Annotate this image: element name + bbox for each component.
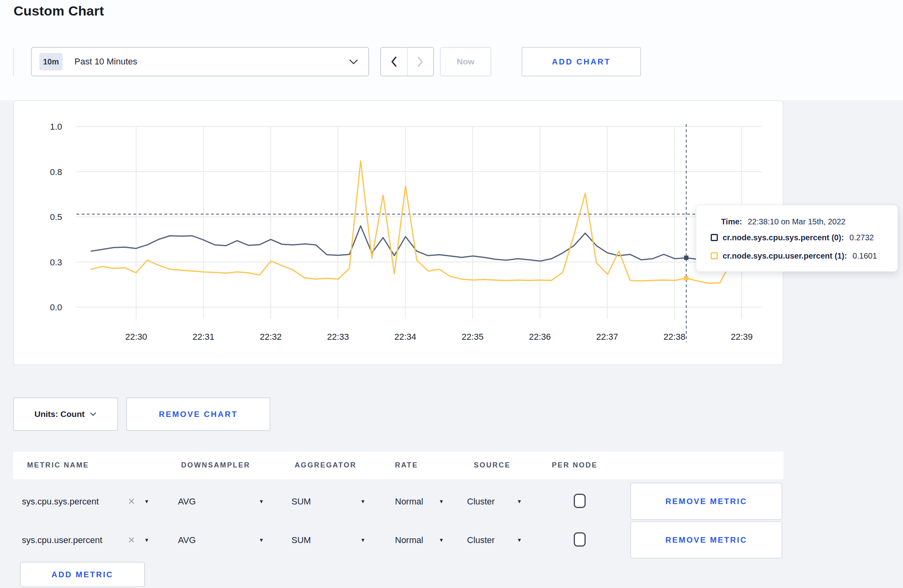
svg-text:22:36: 22:36 [529, 332, 551, 342]
sys-percent-swatch-icon [711, 234, 718, 241]
caret-down-icon[interactable]: ▼ [439, 521, 444, 559]
units-label: Units: Count [35, 409, 85, 419]
now-button[interactable]: Now [440, 47, 491, 76]
svg-text:22:30: 22:30 [125, 332, 147, 342]
clear-metric-icon[interactable]: ✕ [128, 482, 135, 521]
caret-down-icon[interactable]: ▼ [439, 482, 444, 521]
downsampler-select[interactable]: AVG [178, 482, 196, 521]
metric-row: sys.cpu.user.percent ✕ ▼ AVG ▼ SUM ▼ Nor… [13, 521, 784, 559]
units-dropdown[interactable]: Units: Count [13, 397, 118, 431]
tooltip-user-name: cr.node.sys.cpu.user.percent (1): [723, 251, 847, 261]
chart-card: 0.00.30.50.81.022:3022:3122:3222:3322:34… [13, 100, 784, 365]
caret-down-icon[interactable]: ▼ [360, 482, 366, 521]
time-step-buttons [380, 47, 434, 76]
svg-text:0.5: 0.5 [50, 212, 62, 222]
aggregator-select[interactable]: SUM [291, 521, 311, 559]
svg-text:1.0: 1.0 [50, 122, 62, 132]
col-downsampler: DOWNSAMPLER [181, 461, 250, 469]
caret-down-icon[interactable]: ▼ [144, 521, 149, 559]
metric-name-select[interactable]: sys.cpu.sys.percent [22, 482, 99, 521]
tooltip-sys-name: cr.node.sys.cpu.sys.percent (0): [723, 233, 844, 242]
svg-text:22:38: 22:38 [663, 332, 685, 342]
chevron-right-icon [417, 56, 423, 67]
col-rate: RATE [395, 461, 418, 469]
timeseries-chart[interactable]: 0.00.30.50.81.022:3022:3122:3222:3322:34… [14, 101, 783, 364]
col-source: SOURCE [474, 461, 511, 469]
rate-select[interactable]: Normal [395, 521, 423, 559]
tooltip-time-label: Time: [721, 217, 742, 226]
tooltip-user-value: 0.1601 [852, 251, 877, 261]
chevron-down-icon [90, 412, 96, 416]
svg-text:0.0: 0.0 [50, 302, 62, 312]
add-chart-button[interactable]: ADD CHART [522, 47, 641, 76]
svg-text:22:31: 22:31 [192, 332, 214, 342]
remove-metric-button[interactable]: REMOVE METRIC [630, 483, 782, 520]
svg-text:0.3: 0.3 [50, 257, 62, 267]
svg-text:22:39: 22:39 [731, 332, 752, 342]
toolbar-divider [13, 48, 14, 76]
time-range-label: Past 10 Minutes [74, 56, 137, 67]
remove-chart-button[interactable]: REMOVE CHART [126, 397, 270, 431]
caret-down-icon[interactable]: ▼ [259, 482, 264, 521]
add-metric-button[interactable]: ADD METRIC [20, 562, 145, 587]
per-node-checkbox[interactable] [574, 494, 586, 508]
caret-down-icon[interactable]: ▼ [144, 482, 149, 521]
rate-select[interactable]: Normal [395, 482, 423, 521]
source-select[interactable]: Cluster [467, 482, 495, 521]
caret-down-icon[interactable]: ▼ [517, 521, 522, 559]
col-metric-name: METRIC NAME [27, 461, 89, 469]
per-node-checkbox[interactable] [574, 532, 586, 547]
svg-text:0.8: 0.8 [50, 167, 62, 177]
chevron-left-icon [391, 56, 397, 67]
source-select[interactable]: Cluster [467, 521, 495, 559]
svg-text:22:34: 22:34 [394, 332, 416, 342]
next-time-button[interactable] [408, 48, 434, 76]
page-title: Custom Chart [14, 3, 104, 19]
svg-text:22:37: 22:37 [596, 332, 618, 342]
metric-row: sys.cpu.sys.percent ✕ ▼ AVG ▼ SUM ▼ Norm… [13, 482, 784, 521]
prev-time-button[interactable] [381, 48, 407, 76]
tooltip-time-value: 22:38:10 on Mar 15th, 2022 [748, 217, 846, 226]
col-per-node: PER NODE [552, 461, 598, 469]
user-percent-swatch-icon [711, 252, 718, 259]
caret-down-icon[interactable]: ▼ [360, 521, 366, 559]
time-range-selector[interactable]: 10m Past 10 Minutes [31, 47, 369, 76]
caret-down-icon[interactable]: ▼ [259, 521, 264, 559]
clear-metric-icon[interactable]: ✕ [128, 521, 135, 559]
col-aggregator: AGGREGATOR [295, 461, 356, 469]
metrics-table-header: METRIC NAME DOWNSAMPLER AGGREGATOR RATE … [13, 452, 784, 479]
svg-text:22:33: 22:33 [327, 332, 349, 342]
caret-down-icon[interactable]: ▼ [517, 482, 522, 521]
svg-text:22:35: 22:35 [461, 332, 483, 342]
chart-tooltip: Time: 22:38:10 on Mar 15th, 2022 cr.node… [696, 205, 898, 272]
tooltip-sys-value: 0.2732 [850, 233, 874, 242]
aggregator-select[interactable]: SUM [291, 482, 311, 521]
time-range-badge: 10m [39, 53, 63, 70]
metric-name-select[interactable]: sys.cpu.user.percent [22, 521, 102, 559]
svg-text:22:32: 22:32 [260, 332, 281, 342]
remove-metric-button[interactable]: REMOVE METRIC [630, 521, 782, 559]
downsampler-select[interactable]: AVG [178, 521, 196, 559]
chevron-down-icon [349, 59, 358, 64]
